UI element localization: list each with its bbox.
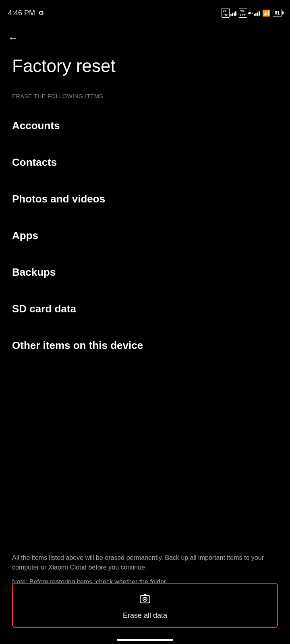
bar — [255, 13, 257, 16]
erase-item-apps: Apps — [12, 217, 278, 254]
home-bar — [117, 639, 173, 641]
status-icons: VoLTE VoLTE 4G 📶 61 — [222, 8, 282, 18]
page-title: Factory reset — [0, 47, 290, 89]
bar — [234, 12, 235, 16]
status-bar: 4:46 PM ⚙ VoLTE VoLTE 4G 📶 — [0, 0, 290, 24]
erase-item-accounts: Accounts — [12, 107, 278, 144]
back-button[interactable]: ← — [0, 24, 290, 47]
section-heading: ERASE THE FOLLOWING ITEMS — [0, 89, 290, 107]
volte-badge-2: VoLTE — [239, 8, 247, 18]
erase-item-contacts: Contacts — [12, 144, 278, 181]
svg-point-2 — [144, 599, 146, 600]
bar — [259, 11, 260, 16]
signal-bars-1 — [230, 10, 236, 16]
erase-button-icon — [139, 592, 151, 608]
erase-item-backups: Backups — [12, 254, 278, 291]
signal-block-2: VoLTE 4G — [239, 8, 260, 18]
signal-bars-2 — [254, 10, 260, 16]
status-time: 4:46 PM ⚙ — [8, 9, 44, 17]
erase-item-other: Other items on this device — [12, 327, 278, 364]
clock: 4:46 PM — [8, 9, 35, 17]
erase-all-button[interactable]: Erase all data — [12, 583, 278, 628]
erase-item-photos-videos: Photos and videos — [12, 181, 278, 217]
erase-item-sd-card: SD card data — [12, 291, 278, 327]
erase-items-list: Accounts Contacts Photos and videos Apps… — [0, 107, 290, 364]
erase-button-label: Erase all data — [123, 611, 167, 620]
bar — [230, 14, 232, 16]
volte-badge-1: VoLTE — [222, 8, 230, 18]
bar — [235, 11, 236, 16]
bar — [232, 13, 233, 16]
bar — [254, 14, 255, 16]
battery-level: 61 — [275, 10, 280, 16]
battery-icon: 61 — [273, 9, 282, 17]
footer-note-text-1: All the items listed above will be erase… — [12, 553, 278, 572]
bar — [257, 12, 258, 16]
reset-icon-svg — [139, 592, 151, 605]
wifi-icon: 📶 — [262, 9, 270, 17]
back-arrow-icon: ← — [8, 32, 18, 43]
signal-block-1: VoLTE — [222, 8, 237, 18]
lte-badge: 4G — [248, 11, 253, 15]
gear-icon: ⚙ — [38, 9, 44, 17]
erase-button-container: Erase all data — [0, 583, 290, 628]
